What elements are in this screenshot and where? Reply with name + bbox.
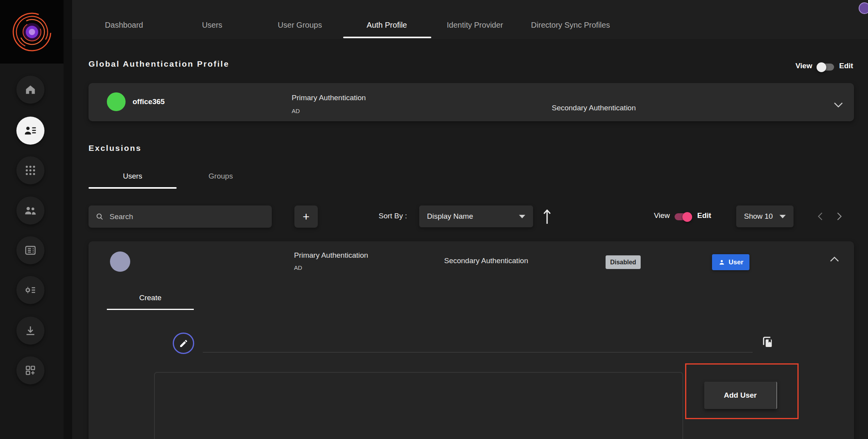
tab-directory-sync-profiles[interactable]: Directory Sync Profiles [531, 21, 610, 30]
auth-profile-icon [24, 124, 37, 137]
page-size-value: Show 10 [744, 212, 773, 221]
tab-user-groups[interactable]: User Groups [278, 21, 322, 30]
secondary-auth-label: Secondary Authentication [552, 104, 636, 112]
row-primary-auth-label: Primary Authentication [294, 251, 368, 260]
profile-status-dot [107, 92, 126, 111]
row-avatar [110, 251, 130, 272]
sidebar-divider [64, 0, 72, 439]
chevron-down-icon [519, 215, 525, 218]
view-label-toolbar: View [654, 211, 670, 220]
sort-direction-button[interactable] [540, 206, 554, 227]
chevron-down-icon [779, 215, 786, 218]
brand-logo-icon [11, 11, 53, 53]
view-edit-toggle-top[interactable] [818, 64, 834, 71]
person-icon [718, 259, 725, 266]
exclusions-tab-groups[interactable]: Groups [177, 172, 265, 181]
row-collapse-button[interactable] [830, 257, 839, 264]
chevron-right-icon [837, 212, 842, 221]
create-tab-underline [107, 309, 194, 310]
tab-users[interactable]: Users [202, 21, 222, 30]
primary-auth-value: AD [292, 108, 300, 114]
widgets-icon [24, 364, 37, 377]
chevron-up-icon [830, 257, 839, 262]
topbar [72, 0, 868, 39]
collections-icon [760, 335, 774, 349]
sort-by-label: Sort By : [379, 212, 407, 220]
primary-auth-label: Primary Authentication [292, 94, 366, 102]
sidebar-download-button[interactable] [16, 317, 44, 345]
chevron-left-icon [817, 212, 823, 221]
page-size-select[interactable]: Show 10 [736, 205, 794, 227]
exclusions-title: Exclusions [89, 143, 142, 153]
search-icon [96, 212, 104, 221]
auth-profile-card[interactable] [89, 83, 854, 121]
arrow-up-icon [542, 207, 552, 225]
profile-expand-button[interactable] [834, 102, 843, 109]
sidebar-user-groups-button[interactable] [16, 196, 44, 225]
apps-grid-icon [24, 164, 37, 177]
sync-settings-icon [24, 284, 37, 296]
chevron-down-icon [834, 102, 843, 108]
sidebar-reports-button[interactable] [16, 236, 44, 264]
user-groups-icon [24, 204, 37, 217]
app-logo [0, 0, 64, 64]
row-primary-auth-value: AD [294, 264, 302, 271]
sort-field-select[interactable]: Display Name [419, 205, 533, 227]
home-icon [24, 83, 37, 96]
next-page-button[interactable] [833, 210, 846, 223]
tab-auth-profile[interactable]: Auth Profile [367, 21, 407, 30]
user-avatar[interactable] [859, 2, 868, 14]
search-box [89, 205, 272, 228]
user-selection-panel [154, 372, 683, 439]
exclusions-tab-users[interactable]: Users [89, 172, 177, 181]
add-user-button[interactable]: Add User [704, 382, 777, 409]
name-field-underline[interactable] [203, 352, 753, 352]
sidebar-home-button[interactable] [16, 76, 44, 104]
page-title: Global Authentication Profile [89, 59, 229, 69]
app-root: Dashboard Users User Groups Auth Profile… [0, 0, 868, 439]
sidebar-widgets-button[interactable] [16, 356, 44, 384]
view-label-top: View [795, 62, 812, 70]
reports-icon [24, 244, 37, 257]
edit-label-toolbar: Edit [697, 211, 711, 220]
tab-dashboard[interactable]: Dashboard [105, 21, 143, 30]
profile-name: office365 [133, 97, 165, 106]
user-type-label: User [729, 258, 744, 266]
toggle-thumb [817, 62, 826, 72]
search-input[interactable] [110, 212, 265, 221]
user-type-button[interactable]: User [712, 254, 749, 270]
status-badge: Disabled [606, 255, 641, 269]
sidebar-auth-profile-button[interactable] [16, 117, 44, 145]
tab-identity-provider[interactable]: Identity Provider [447, 21, 503, 30]
row-secondary-auth-label: Secondary Authentication [444, 257, 528, 265]
pencil-icon [179, 339, 188, 348]
toggle-thumb [682, 212, 692, 222]
create-tab[interactable]: Create [107, 294, 194, 302]
view-edit-toggle-toolbar[interactable] [675, 213, 691, 220]
edit-label-top: Edit [839, 62, 853, 70]
exclusions-active-tab-underline [89, 187, 177, 189]
sort-field-value: Display Name [427, 212, 473, 221]
copy-library-button[interactable] [759, 334, 776, 351]
sidebar-sync-settings-button[interactable] [16, 276, 44, 304]
active-tab-underline [343, 37, 431, 38]
sidebar-apps-button[interactable] [16, 156, 44, 184]
edit-name-button[interactable] [173, 333, 194, 354]
prev-page-button[interactable] [813, 210, 827, 223]
add-exclusion-button[interactable]: + [294, 205, 318, 228]
download-icon [24, 324, 37, 337]
